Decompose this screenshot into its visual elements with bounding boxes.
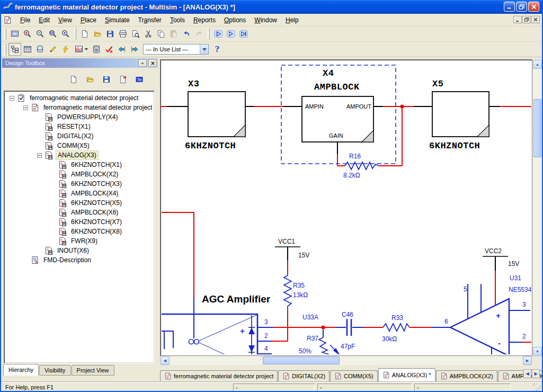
new-sheet-button[interactable] [68, 74, 79, 85]
zoom-in-button[interactable] [21, 28, 34, 40]
back-annotate-button[interactable] [115, 43, 128, 56]
toolbox-rollup-button[interactable] [138, 59, 147, 67]
tree-item-ampblock-x4-[interactable]: HAMPBLOCK(X4) [4, 189, 154, 198]
restore-button[interactable] [516, 2, 527, 12]
menu-window[interactable]: Window [250, 15, 281, 25]
menu-place[interactable]: Place [76, 15, 101, 25]
menu-options[interactable]: Options [220, 15, 250, 25]
undo-button[interactable] [180, 28, 193, 40]
spreadsheet-view-button[interactable] [21, 43, 34, 56]
print-button[interactable] [117, 28, 129, 40]
open-button[interactable] [91, 28, 104, 40]
tree-item-6khznotch-x1-[interactable]: H6KHZNOTCH(X1) [4, 160, 154, 170]
design-toolbox-header[interactable]: Design Toolbox [2, 58, 158, 68]
horizontal-scroll-thumb[interactable] [263, 357, 340, 364]
tree-item-ampblock-x2-[interactable]: HAMPBLOCK(X2) [4, 170, 154, 179]
print-preview-button[interactable] [129, 28, 142, 40]
schematic-canvas[interactable]: X3 6KHZNOTCH X4 AMPBLOCK AMPIN AMPOUT GA… [161, 60, 531, 354]
menu-tools[interactable]: Tools [166, 15, 189, 25]
menu-edit[interactable]: Edit [34, 15, 54, 25]
zoom-out-button[interactable] [34, 28, 47, 40]
tree-item-ferromagnetic-material-detector-project[interactable]: ferromagnetic material detector project [4, 103, 154, 112]
tab-scroll-left-button[interactable]: ◀ [523, 369, 531, 378]
menu-file[interactable]: File [16, 15, 34, 25]
help-button[interactable]: ? [211, 43, 224, 56]
zoom-full-button[interactable] [59, 28, 72, 40]
mdi-restore-button[interactable] [522, 16, 531, 23]
menu-help[interactable]: Help [281, 15, 303, 25]
tree-expander-minus[interactable] [10, 96, 14, 101]
menu-view[interactable]: View [54, 15, 76, 25]
copy-button[interactable] [155, 28, 167, 40]
c46-capacitor[interactable]: C46 47pF [323, 311, 383, 350]
tree-item-comm-x5-[interactable]: HCOMM(X5) [4, 141, 154, 150]
u31-opamp[interactable]: 6 5 + 3 - 2 U31 NE5534 [444, 271, 531, 354]
erc-check-button[interactable] [103, 43, 115, 56]
r35-resistor[interactable]: R35 13kΩ [284, 273, 308, 309]
x3-block[interactable]: X3 6KHZNOTCH [185, 79, 245, 151]
chevron-down-icon[interactable] [200, 44, 208, 54]
save-button[interactable] [104, 28, 117, 40]
mdi-minimize-button[interactable] [513, 16, 522, 23]
doc-tab-comm-x5-[interactable]: COMM(X5) [330, 370, 378, 381]
tree-item-digital-x2-[interactable]: HDIGITAL(X2) [4, 131, 154, 141]
toolbox-tab-hierarchy[interactable]: Hierarchy [3, 364, 39, 376]
tab-scroll-right-button[interactable]: ▶ [532, 369, 540, 378]
u33a-opamp[interactable]: U33A + 3 2 4 [162, 314, 318, 354]
simulate-button[interactable] [59, 43, 72, 56]
in-use-list-dropdown[interactable]: --- In Use List --- [143, 44, 209, 55]
run-simulation-button[interactable] [212, 28, 225, 40]
doc-tab-ferromagnetic-material-detector-project[interactable]: ferromagnetic material detector project [160, 370, 278, 381]
doc-tab-digital-x2-[interactable]: DIGITAL(X2) [278, 370, 330, 381]
database-manager-button[interactable] [34, 43, 47, 56]
cut-button[interactable] [142, 28, 155, 40]
component-wizard-button[interactable] [47, 43, 59, 56]
close-button[interactable] [528, 2, 539, 12]
left-circuit-fragment[interactable] [162, 331, 173, 349]
stop-simulation-button[interactable] [237, 28, 250, 40]
x5-block[interactable]: X5 6KHZNOTCH [429, 79, 489, 151]
x4-ampblock[interactable]: X4 AMPBLOCK AMPIN AMPOUT GAIN [281, 65, 396, 164]
tree-item-6khznotch-x8-[interactable]: H6KHZNOTCH(X8) [4, 227, 154, 236]
vcc1-source[interactable]: VCC1 15V [275, 238, 309, 273]
doc-tab-ampblock-x2-[interactable]: AMPBLOCK(X2) [436, 370, 497, 381]
fullscreen-button[interactable] [8, 28, 21, 40]
tree-item-analog-x3-[interactable]: HANALOG(X3) [4, 150, 154, 160]
agc-input-wire[interactable] [162, 212, 194, 314]
toolbox-close-button[interactable] [148, 59, 157, 67]
design-toolbox-button[interactable] [8, 43, 21, 56]
close-sheet-button[interactable] [117, 74, 129, 85]
grapher-button[interactable] [72, 43, 90, 56]
tree-expander-minus[interactable] [23, 105, 28, 110]
tree-item-ferromagnetic-material-detector-project[interactable]: ferromagnetic material detector project [4, 93, 154, 103]
tree-item-6khznotch-x5-[interactable]: H6KHZNOTCH(X5) [4, 198, 154, 208]
toolbox-tab-project-view[interactable]: Project View [72, 365, 114, 376]
vertical-scroll-thumb[interactable] [533, 99, 541, 157]
mdi-close-button[interactable] [531, 16, 540, 23]
toolbox-tab-visibility[interactable]: Visibility [39, 365, 71, 376]
tree-item-ampblock-x6-[interactable]: HAMPBLOCK(X6) [4, 208, 154, 217]
tree-item-6khznotch-x3-[interactable]: H6KHZNOTCH(X3) [4, 179, 154, 189]
scroll-left-button[interactable]: ◀ [161, 356, 170, 365]
scroll-up-button[interactable]: ▲ [533, 60, 542, 69]
resize-grip[interactable] [533, 384, 541, 391]
r37-potentiometer[interactable]: R37 50% [299, 329, 340, 354]
zoom-area-button[interactable] [47, 28, 59, 40]
minimize-button[interactable] [504, 2, 515, 12]
r33-resistor[interactable]: R33 30kΩ [382, 314, 450, 343]
horizontal-scrollbar[interactable]: ◀ ▶ [161, 356, 532, 365]
scroll-right-button[interactable]: ▶ [523, 356, 532, 365]
menu-reports[interactable]: Reports [189, 15, 220, 25]
tree-expander-minus[interactable] [37, 153, 42, 158]
tree-item-fmd-description[interactable]: FMD-Description [4, 255, 154, 265]
forward-annotate-button[interactable] [128, 43, 141, 56]
open-sheet-button[interactable] [84, 74, 96, 85]
menu-transfer[interactable]: Transfer [134, 15, 166, 25]
r16-resistor[interactable]: R16 8.2kΩ [337, 153, 402, 179]
postprocessor-button[interactable] [90, 43, 103, 56]
pause-simulation-button[interactable] [225, 28, 237, 40]
vertical-scrollbar[interactable]: ▲ ▼ [533, 60, 542, 356]
grapher-dropdown-arrow[interactable] [85, 48, 88, 50]
tree-item-inout-x6-[interactable]: HINOUT(X6) [4, 246, 154, 255]
tree-item-powersupply-x4-[interactable]: HPOWERSUPPLY(X4) [4, 112, 154, 122]
